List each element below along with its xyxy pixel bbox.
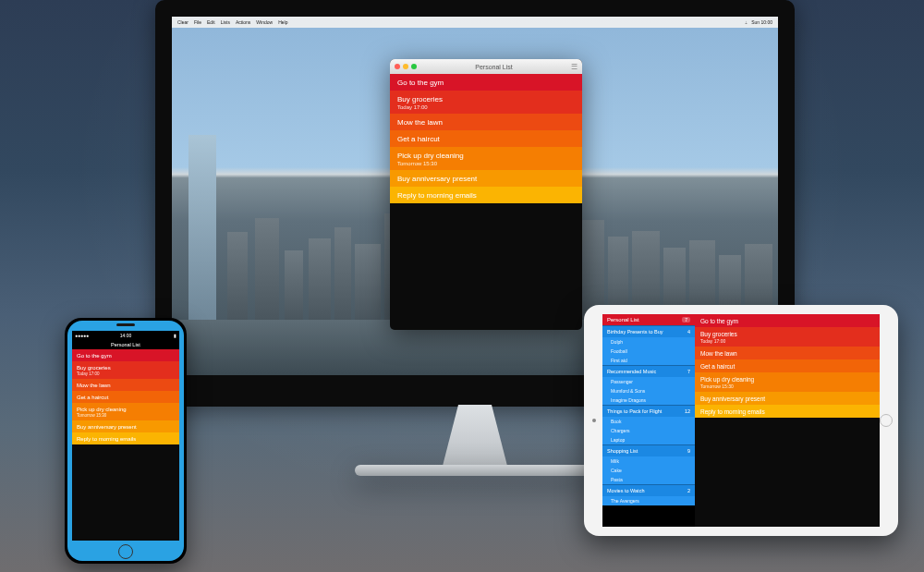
task-item[interactable]: Pick up dry cleaningTomorrow 15:30 <box>695 372 880 392</box>
task-title: Get a haircut <box>700 363 735 370</box>
iphone-speaker <box>116 323 135 326</box>
task-title: Buy anniversary present <box>77 424 137 430</box>
menubar-item[interactable]: Edit <box>207 19 215 25</box>
task-subtitle: Tomorrow 15:30 <box>700 383 874 389</box>
sidebar-list-item[interactable]: Passenger <box>602 377 695 386</box>
task-title: Buy groceries <box>77 365 111 371</box>
task-title: Mow the lawn <box>700 350 737 357</box>
task-subtitle: Today 17:00 <box>397 104 575 110</box>
sidebar-label: Imagine Dragons <box>611 397 646 403</box>
task-subtitle: Tomorrow 15:30 <box>77 413 175 418</box>
sidebar-list-item[interactable]: Cake <box>602 466 695 475</box>
sidebar-list-item[interactable]: Mumford & Sons <box>602 386 695 396</box>
sidebar-count-badge: 7 <box>682 317 690 323</box>
sidebar-list-item[interactable]: Chargers <box>602 426 695 435</box>
sidebar-list-item[interactable]: First aid <box>602 356 695 365</box>
sidebar-list-item[interactable]: Football <box>602 347 695 356</box>
sidebar-count-badge: 12 <box>685 408 690 414</box>
sidebar-list-header[interactable]: Things to Pack for Flight12 <box>602 405 695 417</box>
zoom-icon[interactable] <box>411 64 417 69</box>
task-item[interactable]: Mow the lawn <box>72 379 179 391</box>
sidebar-list-header[interactable]: Birthday Presents to Buy4 <box>602 325 695 337</box>
wifi-icon: ⏚ <box>745 19 748 25</box>
task-subtitle: Tomorrow 15:30 <box>397 161 575 166</box>
task-title: Reply to morning emails <box>77 436 136 442</box>
battery-icon: ▮ <box>174 333 176 338</box>
menubar-item[interactable]: Help <box>278 19 287 25</box>
sidebar-label: Book <box>611 419 621 424</box>
sidebar-count-badge: 4 <box>687 329 690 335</box>
sidebar-list-header[interactable]: Shopping List9 <box>602 444 695 456</box>
sidebar-list-header[interactable]: Recommended Music7 <box>602 365 695 377</box>
sidebar-list-item[interactable]: The Avengers <box>602 496 695 505</box>
sidebar-list-item[interactable]: Laptop <box>602 435 695 444</box>
sidebar-list-item[interactable]: Imagine Dragons <box>602 396 695 405</box>
sidebar-label: Personal List <box>607 317 639 323</box>
task-title: Mow the lawn <box>397 118 443 127</box>
gear-icon[interactable]: ☰ <box>571 63 578 71</box>
task-item[interactable]: Buy groceriesToday 17:00 <box>72 361 179 379</box>
task-item[interactable]: Reply to morning emails <box>390 187 582 203</box>
task-item[interactable]: Get a haircut <box>695 359 880 372</box>
menubar-item[interactable]: Clear <box>177 19 188 25</box>
menubar-item[interactable]: Window <box>256 19 273 25</box>
iphone-home-button[interactable] <box>118 544 133 559</box>
ipad-sidebar[interactable]: Personal List7Birthday Presents to Buy4D… <box>602 314 695 527</box>
iphone-nav-title: Personal List <box>72 340 179 349</box>
task-title: Buy groceries <box>700 331 737 337</box>
sidebar-label: Pasta <box>611 477 623 482</box>
ipad-camera <box>592 419 596 422</box>
ipad-main-list[interactable]: Go to the gymBuy groceriesToday 17:00Mow… <box>695 314 880 527</box>
sidebar-label: Movies to Watch <box>607 488 644 493</box>
iphone-screen: ●●●●● 14:00 ▮ Personal List Go to the gy… <box>72 331 179 541</box>
task-item[interactable]: Get a haircut <box>72 391 179 403</box>
sidebar-label: Football <box>611 348 627 354</box>
sidebar-active-list[interactable]: Personal List7 <box>602 314 695 325</box>
ipad-screen: Personal List7Birthday Presents to Buy4D… <box>602 314 880 527</box>
ipad-home-button[interactable] <box>880 414 893 427</box>
task-item[interactable]: Pick up dry cleaningTomorrow 15:30 <box>390 147 582 170</box>
sidebar-label: Birthday Presents to Buy <box>607 329 663 335</box>
task-item[interactable]: Buy anniversary present <box>390 170 582 187</box>
sidebar-count-badge: 9 <box>687 448 690 454</box>
task-item[interactable]: Go to the gym <box>390 74 582 91</box>
window-titlebar[interactable]: Personal List ☰ <box>390 59 582 74</box>
minimize-icon[interactable] <box>403 64 408 69</box>
sidebar-list-item[interactable]: Milk <box>602 456 695 466</box>
task-item[interactable]: Go to the gym <box>72 349 179 361</box>
sidebar-list-header[interactable]: Movies to Watch2 <box>602 484 695 496</box>
task-item[interactable]: Reply to morning emails <box>695 405 880 418</box>
sidebar-label: Cake <box>611 468 622 473</box>
task-title: Reply to morning emails <box>700 408 765 415</box>
task-item[interactable]: Buy groceriesToday 17:00 <box>695 327 880 347</box>
task-item[interactable]: Buy groceriesToday 17:00 <box>390 91 582 114</box>
menubar-item[interactable]: Lists <box>221 19 230 25</box>
task-item[interactable]: Go to the gym <box>695 314 880 327</box>
iphone-statusbar: ●●●●● 14:00 ▮ <box>72 331 179 340</box>
task-item[interactable]: Pick up dry cleaningTomorrow 15:30 <box>72 403 179 420</box>
sidebar-label: Laptop <box>611 437 625 443</box>
task-item[interactable]: Buy anniversary present <box>72 420 179 432</box>
sidebar-list-item[interactable]: Pasta <box>602 475 695 484</box>
task-item[interactable]: Mow the lawn <box>695 347 880 359</box>
task-subtitle: Today 17:00 <box>77 371 175 376</box>
task-title: Buy anniversary present <box>700 396 765 402</box>
task-title: Buy anniversary present <box>397 175 477 183</box>
task-item[interactable]: Mow the lawn <box>390 114 582 130</box>
menubar-clock: Sun 10:00 <box>751 19 772 25</box>
task-title: Go to the gym <box>700 318 738 324</box>
close-icon[interactable] <box>395 64 400 69</box>
task-item[interactable]: Buy anniversary present <box>695 392 880 405</box>
sidebar-list-item[interactable]: Dolph <box>602 337 695 347</box>
task-item[interactable]: Get a haircut <box>390 130 582 147</box>
imac-foot <box>355 465 595 476</box>
sidebar-label: Mumford & Sons <box>611 388 645 394</box>
sidebar-label: Shopping List <box>607 448 638 454</box>
task-title: Go to the gym <box>397 79 444 87</box>
sidebar-list-item[interactable]: Book <box>602 417 695 426</box>
task-item[interactable]: Reply to morning emails <box>72 432 179 444</box>
clear-app-window[interactable]: Personal List ☰ Go to the gymBuy groceri… <box>390 59 582 330</box>
iphone-device: ●●●●● 14:00 ▮ Personal List Go to the gy… <box>65 318 187 564</box>
menubar-item[interactable]: Actions <box>236 19 250 25</box>
menubar-item[interactable]: File <box>194 19 201 25</box>
